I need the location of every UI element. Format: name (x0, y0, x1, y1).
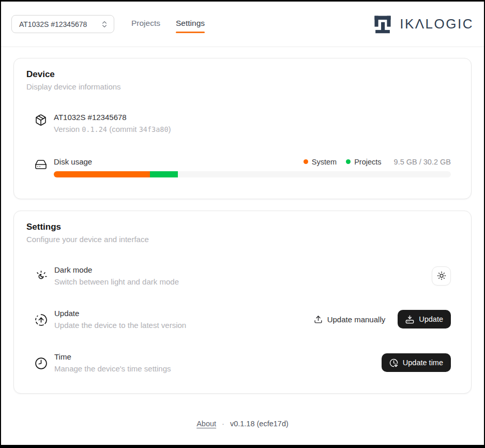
dark-mode-title: Dark mode (54, 265, 425, 274)
disk-usage-row: Disk usage System Projects 9.5 GB / 30.2… (26, 157, 459, 177)
device-name: AT1032S #12345678 (54, 113, 171, 122)
tab-settings[interactable]: Settings (176, 16, 205, 33)
disk-usage-value: 9.5 GB / 30.2 GB (394, 158, 451, 166)
hard-drive-icon (35, 158, 47, 171)
logo-mark-icon (372, 13, 393, 35)
time-description: Manage the device's time settings (54, 364, 375, 373)
top-bar: AT1032S #12345678 Projects Settings IKΛL… (1, 2, 484, 47)
system-dot (304, 159, 308, 164)
about-link[interactable]: About (196, 420, 216, 428)
update-row: Update Update the device to the latest v… (26, 309, 459, 330)
update-manually-button[interactable]: Update manually (309, 311, 391, 328)
disk-segment-system (54, 171, 150, 177)
chevrons-up-down-icon (100, 20, 109, 28)
settings-card: Settings Configure your device and inter… (13, 211, 472, 394)
package-icon (35, 114, 47, 126)
legend-system: System (304, 158, 337, 166)
sun-icon (437, 271, 446, 280)
circle-fading-arrow-up-icon (35, 313, 48, 326)
settings-card-subtitle: Configure your device and interface (26, 235, 459, 244)
clock-icon (35, 357, 48, 370)
tab-projects[interactable]: Projects (131, 16, 160, 33)
footer: About · v0.1.18 (ecfe17d) (1, 405, 484, 441)
sun-moon-icon (35, 270, 48, 283)
time-title: Time (54, 352, 375, 361)
app-version: v0.1.18 (ecfe17d) (230, 420, 289, 428)
main-content: Device Display device informations AT103… (1, 47, 484, 394)
disk-legend: System Projects 9.5 GB / 30.2 GB (304, 158, 451, 166)
disk-usage-label: Disk usage (54, 157, 92, 166)
brand-logo: IKΛLOGIC (372, 13, 474, 35)
hard-drive-download-icon (405, 315, 414, 324)
legend-projects: Projects (346, 158, 381, 166)
disk-segment-projects (150, 171, 178, 177)
theme-toggle-button[interactable] (432, 266, 451, 286)
footer-separator: · (222, 420, 224, 428)
app-window: AT1032S #12345678 Projects Settings IKΛL… (0, 0, 485, 448)
device-selector[interactable]: AT1032S #12345678 (11, 15, 114, 33)
time-row: Time Manage the device's time settings U… (26, 352, 459, 373)
device-card: Device Display device informations AT103… (13, 58, 472, 199)
settings-card-title: Settings (26, 222, 459, 232)
update-button[interactable]: Update (398, 310, 451, 328)
device-card-subtitle: Display device informations (26, 82, 459, 91)
device-version: Version 0.1.24 (commit 34f3a80) (54, 125, 171, 133)
device-info-row: AT1032S #12345678 Version 0.1.24 (commit… (26, 113, 459, 133)
update-time-button[interactable]: Update time (382, 353, 451, 372)
main-nav: Projects Settings (131, 16, 205, 33)
dark-mode-description: Switch between light and dark mode (54, 277, 425, 286)
disk-usage-bar (54, 171, 451, 177)
projects-dot (346, 159, 351, 164)
dark-mode-row: Dark mode Switch between light and dark … (26, 265, 459, 286)
device-selector-value: AT1032S #12345678 (19, 20, 87, 28)
clock-arrow-down-icon (389, 359, 398, 367)
brand-name: IKΛLOGIC (400, 16, 474, 32)
update-title: Update (54, 309, 302, 318)
upload-icon (314, 315, 323, 324)
update-description: Update the device to the latest version (54, 321, 302, 330)
device-card-title: Device (26, 69, 459, 80)
